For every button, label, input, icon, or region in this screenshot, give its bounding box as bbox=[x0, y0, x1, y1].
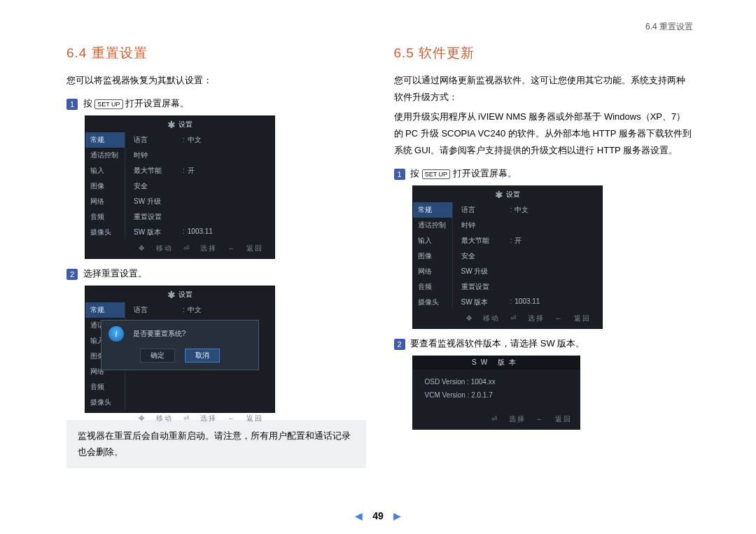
osd-settings-screenshot-3: 设置 常规 通话控制 输入 图像 网络 音频 摄像头 语言:中文 时钟 最大 bbox=[412, 185, 603, 329]
step-6-5-2: 2 要查看监视器软件版本，请选择 SW 版本。 bbox=[394, 336, 694, 351]
intro-6-4: 您可以将监视器恢复为其默认设置： bbox=[66, 72, 366, 89]
setup-key-icon: SET UP bbox=[422, 169, 450, 179]
ok-button: 确定 bbox=[140, 349, 175, 363]
cancel-button: 取消 bbox=[185, 349, 220, 363]
bullet-2-icon: 2 bbox=[394, 339, 405, 350]
osd-side-item: 通话控制 bbox=[85, 148, 125, 163]
right-column: 6.5 软件更新 您可以通过网络更新监视器软件。这可让您使用其它功能。系统支持两… bbox=[394, 38, 694, 468]
osd-side-item: 输入 bbox=[85, 163, 125, 178]
osd-side-item: 摄像头 bbox=[85, 225, 125, 240]
gear-icon bbox=[167, 291, 176, 300]
prev-page-icon[interactable]: ◀ bbox=[348, 510, 370, 521]
bullet-2-icon: 2 bbox=[66, 269, 78, 280]
osd-side-item: 常规 bbox=[85, 132, 125, 148]
heading-6-5: 6.5 软件更新 bbox=[394, 44, 694, 62]
osd-side-item: 音频 bbox=[85, 209, 125, 225]
step-6-5-1: 1 按 SET UP 打开设置屏幕。 bbox=[394, 166, 694, 181]
gear-icon bbox=[167, 121, 176, 129]
page-header-path: 6.4 重置设置 bbox=[66, 21, 693, 33]
left-column: 6.4 重置设置 您可以将监视器恢复为其默认设置： 1 按 SET UP 打开设… bbox=[66, 38, 366, 468]
step-6-4-2: 2 选择重置设置。 bbox=[66, 266, 366, 281]
gear-icon bbox=[495, 191, 503, 199]
bullet-1-icon: 1 bbox=[66, 99, 78, 110]
step-6-4-1: 1 按 SET UP 打开设置屏幕。 bbox=[66, 96, 366, 111]
osd-settings-screenshot-1: 设置 常规 通话控制 输入 图像 网络 音频 摄像头 语言:中文 时钟 最大 bbox=[85, 115, 275, 259]
confirm-dialog: i 是否要重置系统? 确定 取消 bbox=[101, 320, 259, 370]
p-6-5-1: 您可以通过网络更新监视器软件。这可让您使用其它功能。系统支持两种软件升级方式： bbox=[394, 72, 694, 106]
osd-side-item: 网络 bbox=[85, 194, 125, 209]
sw-version-screenshot: SW 版本 OSD Version : 1004.xx VCM Version … bbox=[412, 356, 580, 430]
osd-footer: ✥ 移动 ⏎ 选择 ← 返回 bbox=[85, 240, 274, 258]
p-6-5-2: 使用升级实用程序从 iVIEW NMS 服务器或外部基于 Windows（XP、… bbox=[394, 108, 694, 159]
osd-settings-screenshot-2: 设置 常规 通话控制 输入 图像 网络 音频 摄像头 语言:中文 bbox=[85, 286, 275, 413]
info-icon: i bbox=[108, 326, 124, 342]
heading-6-4: 6.4 重置设置 bbox=[66, 44, 366, 62]
pager: ◀ 49 ▶ bbox=[0, 510, 756, 521]
page-number: 49 bbox=[372, 510, 384, 521]
next-page-icon[interactable]: ▶ bbox=[386, 510, 408, 521]
setup-key-icon: SET UP bbox=[94, 99, 122, 109]
bullet-1-icon: 1 bbox=[394, 169, 405, 180]
osd-side-item: 图像 bbox=[85, 178, 125, 194]
